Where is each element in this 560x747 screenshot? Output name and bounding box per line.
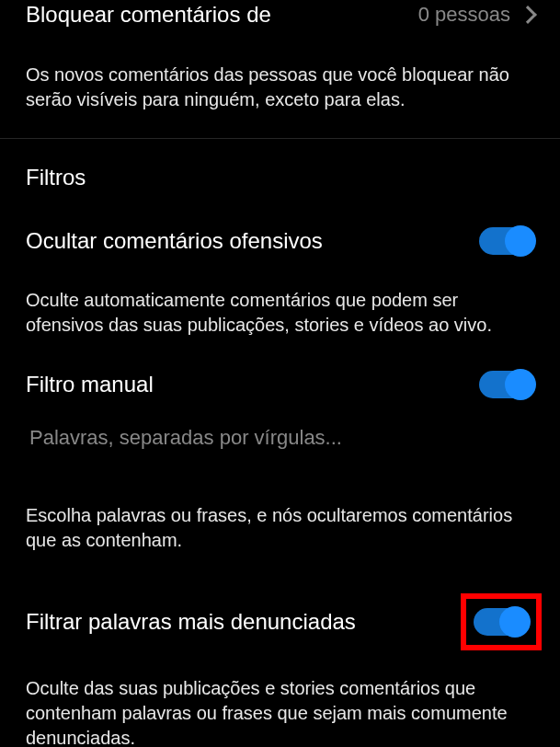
manual-filter-input[interactable] [26, 409, 534, 466]
toggle-knob [505, 225, 536, 257]
manual-filter-description: Escolha palavras ou frases, e nós oculta… [26, 503, 534, 579]
highlight-annotation [461, 593, 542, 650]
manual-filter-label: Filtro manual [26, 372, 154, 397]
block-comments-title: Bloquear comentários de [26, 2, 271, 28]
filters-heading: Filtros [26, 139, 534, 227]
toggle-knob [499, 606, 531, 638]
hide-offensive-row: Ocultar comentários ofensivos [26, 227, 534, 266]
toggle-knob [505, 369, 536, 400]
block-comments-row[interactable]: Bloquear comentários de 0 pessoas [26, 0, 534, 37]
chevron-right-icon [519, 6, 537, 24]
reported-words-description: Oculte das suas publicações e stories co… [26, 676, 534, 747]
reported-words-label: Filtrar palavras mais denunciadas [26, 609, 356, 635]
hide-offensive-toggle[interactable] [479, 227, 534, 255]
hide-offensive-label: Ocultar comentários ofensivos [26, 228, 323, 254]
manual-filter-toggle[interactable] [479, 371, 534, 398]
block-description: Os novos comentários das pessoas que voc… [26, 63, 534, 138]
reported-words-toggle[interactable] [474, 608, 529, 636]
block-count: 0 pessoas [418, 3, 510, 27]
reported-words-row: Filtrar palavras mais denunciadas [26, 593, 534, 661]
hide-offensive-description: Oculte automaticamente comentários que p… [26, 266, 534, 371]
block-comments-value: 0 pessoas [418, 3, 534, 27]
manual-filter-row: Filtro manual [26, 371, 534, 409]
